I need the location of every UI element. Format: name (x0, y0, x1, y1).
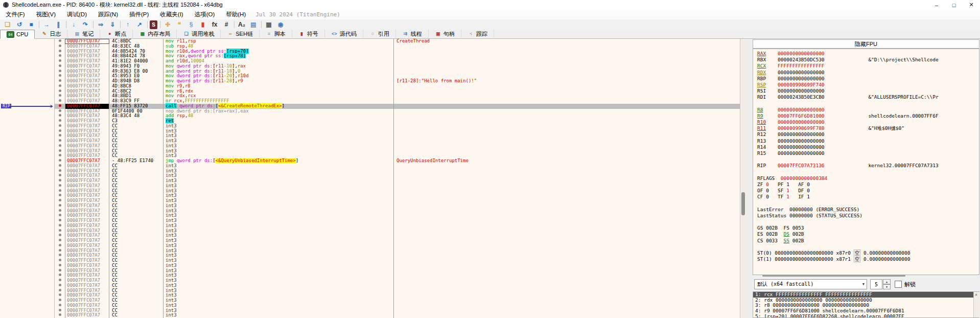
comment-cell[interactable] (394, 99, 746, 104)
instruction-cell[interactable]: int3 (164, 248, 394, 254)
row-dot-icon[interactable] (59, 249, 61, 252)
instruction-cell[interactable]: int3 (164, 233, 394, 238)
breakpoint-column[interactable] (54, 273, 65, 278)
tab-日志[interactable]: ✎日志 (35, 30, 67, 38)
tab-句柄[interactable]: ▣句柄 (429, 30, 461, 38)
instruction-cell[interactable]: int3 (164, 273, 394, 278)
tab-内存布局[interactable]: ▦内存布局 (133, 30, 177, 38)
breakpoint-column[interactable] (54, 298, 65, 303)
row-dot-icon[interactable] (59, 244, 61, 246)
register-line[interactable]: RBX 00000243B50DC530 &"D:\\project\\Shel… (757, 57, 979, 63)
menu-item-1[interactable]: 视图(V) (31, 10, 61, 19)
comment-cell[interactable] (394, 54, 746, 59)
close-button[interactable]: ✕ (963, 0, 980, 10)
device-icon[interactable]: ▤ (248, 20, 259, 29)
comment-cell[interactable] (394, 109, 746, 114)
comment-cell[interactable] (394, 173, 746, 178)
breakpoint-column[interactable] (54, 189, 65, 194)
bytes-cell[interactable]: CC (109, 144, 164, 149)
row-dot-icon[interactable] (59, 74, 61, 77)
argument-row[interactable]: 5: [rsp+20] 00007FF6F6D82268 shellcodele… (753, 314, 979, 318)
register-line[interactable]: RSP 000000998699F740 (757, 82, 979, 88)
row-dot-icon[interactable] (59, 39, 61, 42)
restart-icon[interactable]: ↺ (14, 20, 25, 29)
row-dot-icon[interactable] (59, 229, 61, 232)
row-dot-icon[interactable] (59, 129, 61, 132)
breakpoint-column[interactable] (54, 169, 65, 174)
pause-icon[interactable]: ∥ (53, 20, 63, 29)
row-dot-icon[interactable] (59, 144, 61, 147)
comment-cell[interactable] (394, 288, 746, 293)
instruction-cell[interactable]: int3 (164, 293, 394, 298)
patch-icon[interactable]: ✚ (162, 20, 173, 29)
row-dot-icon[interactable] (59, 309, 61, 311)
hash-icon[interactable]: # (221, 20, 231, 29)
instruction-cell[interactable]: int3 (164, 209, 394, 214)
instruction-cell[interactable]: int3 (164, 263, 394, 268)
row-dot-icon[interactable] (59, 239, 61, 241)
comment-cell[interactable] (394, 178, 746, 184)
instruction-cell[interactable]: mov r8,rdx (164, 89, 394, 94)
comment-cell[interactable] (394, 278, 746, 283)
instruction-cell[interactable]: int3 (164, 268, 394, 274)
bytes-cell[interactable]: CC (109, 209, 164, 214)
bytes-cell[interactable]: CC (109, 189, 164, 194)
label-icon[interactable]: § (186, 20, 196, 29)
comment-cell[interactable] (394, 303, 746, 308)
row-dot-icon[interactable] (59, 264, 61, 266)
register-line[interactable]: CF 0 TF 1 IF 1 (757, 194, 979, 200)
bytes-cell[interactable]: CC (109, 298, 164, 303)
row-dot-icon[interactable] (59, 179, 61, 181)
bytes-cell[interactable]: CC (109, 218, 164, 223)
breakpoint-column[interactable] (54, 44, 65, 49)
comment-cell[interactable] (394, 153, 746, 158)
menu-item-2[interactable]: 调试(D) (61, 10, 92, 19)
register-line[interactable]: ST(0) 00000000000000000000 x87r0 空 0.000… (757, 250, 979, 256)
bytes-cell[interactable]: 48:83C4 48 (109, 113, 164, 119)
instruction-cell[interactable]: int3 (164, 139, 394, 144)
comment-icon[interactable]: ❝ (174, 20, 184, 29)
row-dot-icon[interactable] (59, 224, 61, 226)
comment-cell[interactable] (394, 209, 746, 214)
row-dot-icon[interactable] (59, 70, 61, 72)
row-dot-icon[interactable] (59, 254, 61, 256)
tab-线程[interactable]: ⇉线程 (396, 30, 429, 38)
row-dot-icon[interactable] (59, 84, 61, 87)
minimize-button[interactable]: – (928, 0, 945, 10)
instruction-cell[interactable]: int3 (164, 169, 394, 174)
breakpoint-column[interactable] (54, 59, 65, 64)
instruction-cell[interactable]: int3 (164, 223, 394, 229)
bytes-cell[interactable]: CC (109, 288, 164, 293)
instruction-cell[interactable]: jmp qword ptr ds:[<&QueryUnbiasedInterru… (164, 158, 394, 164)
hide-fpu-button[interactable]: 隐藏FPU (753, 39, 979, 49)
bytes-cell[interactable]: CC (109, 268, 164, 274)
breakpoint-column[interactable] (54, 149, 65, 154)
comment-cell[interactable] (394, 189, 746, 194)
bytes-cell[interactable]: CC (109, 129, 164, 134)
comment-cell[interactable] (394, 59, 746, 64)
menu-item-6[interactable]: 选项(O) (189, 10, 221, 19)
comment-cell[interactable] (394, 308, 746, 313)
register-line[interactable]: OF 0 SF 1 DF 0 (757, 188, 979, 194)
register-line[interactable] (757, 101, 979, 107)
comment-cell[interactable] (394, 313, 746, 318)
instruction-cell[interactable]: int3 (164, 189, 394, 194)
run-icon[interactable]: → (41, 20, 52, 29)
menu-item-7[interactable]: 帮助(H) (220, 10, 251, 19)
comment-cell[interactable] (394, 198, 746, 203)
row-dot-icon[interactable] (59, 214, 61, 216)
comment-cell[interactable] (394, 74, 746, 79)
breakpoint-column[interactable] (54, 94, 65, 99)
comment-cell[interactable] (394, 49, 746, 54)
stop-icon[interactable]: ■ (26, 20, 36, 29)
bytes-cell[interactable]: CC (109, 248, 164, 254)
register-line[interactable]: RDX 0000000000000000 (757, 70, 979, 76)
register-line[interactable]: R13 0000000000000000 (757, 138, 979, 144)
breakpoint-column[interactable] (54, 213, 65, 218)
comment-cell[interactable] (394, 283, 746, 288)
register-line[interactable]: RBP 0000000000000000 (757, 76, 979, 82)
breakpoint-column[interactable] (54, 248, 65, 254)
row-dot-icon[interactable] (59, 204, 61, 207)
instruction-cell[interactable]: int3 (164, 144, 394, 149)
tab-SEH链[interactable]: ∞SEH链 (221, 30, 260, 38)
